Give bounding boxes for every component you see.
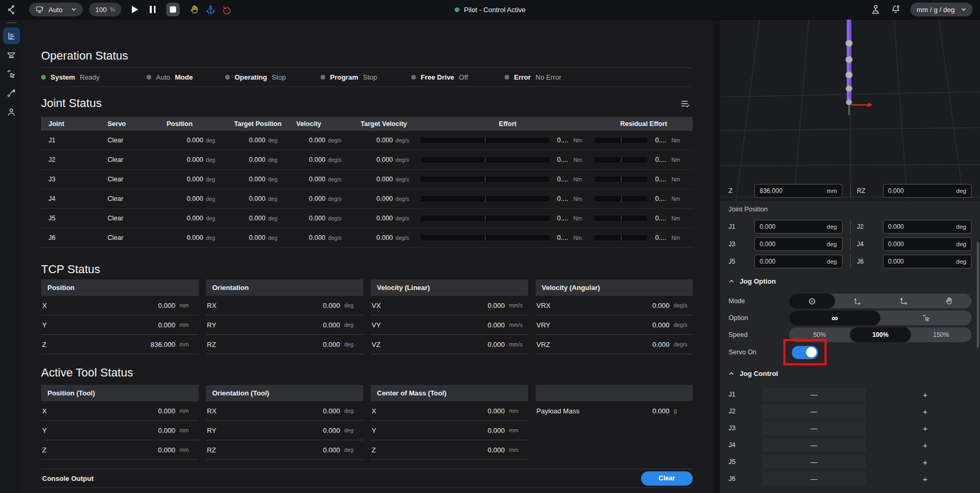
j4-jog-minus-button[interactable]: —: [762, 438, 866, 452]
tool-orientation-panel: Orientation (Tool) RX0.000deg RY0.000deg…: [206, 385, 364, 460]
mode-segment-freedrive[interactable]: [926, 294, 972, 308]
row-label: VRZ: [537, 341, 550, 349]
effort-bar: [421, 157, 549, 162]
j3-jog-plus-button[interactable]: +: [874, 421, 977, 435]
row-label: RY: [207, 321, 217, 329]
unit: Nm: [574, 157, 582, 163]
anchor-button[interactable]: [206, 5, 216, 15]
j4-input[interactable]: 0.000deg: [883, 237, 972, 251]
servo-on-toggle[interactable]: [792, 346, 818, 359]
j3-input[interactable]: 0.000deg: [754, 237, 842, 251]
stop-button[interactable]: [166, 3, 180, 16]
row-label: RX: [207, 407, 217, 415]
j6-input[interactable]: 0.000deg: [883, 255, 972, 268]
jog-control-title: Jog Control: [740, 370, 778, 378]
column-header: Velocity: [289, 120, 353, 128]
hand-guide-button[interactable]: [189, 5, 199, 15]
axes-tool-icon: [899, 297, 908, 306]
panel-scrollbar[interactable]: [977, 242, 979, 347]
units-dropdown[interactable]: mm / g / deg: [910, 3, 973, 16]
j5-jog-minus-button[interactable]: —: [762, 455, 866, 469]
pause-button[interactable]: [144, 6, 156, 13]
console-clear-button[interactable]: Clear: [641, 471, 693, 486]
sidebar-item-manual-control[interactable]: [3, 65, 20, 82]
reset-button[interactable]: [222, 5, 232, 15]
z-position-input[interactable]: 836.000 mm: [754, 184, 842, 198]
unit: deg/s: [395, 176, 409, 182]
mode-select-dropdown[interactable]: Auto: [29, 3, 83, 16]
unit: deg: [206, 137, 215, 143]
j6-jog-minus-button[interactable]: —: [762, 472, 866, 486]
j2-jog-plus-button[interactable]: +: [874, 404, 977, 418]
field-label: J2: [857, 223, 878, 230]
unit: deg: [956, 188, 966, 194]
column-settings-button[interactable]: [680, 99, 693, 109]
joint-row-j4: J4 Clear 0.000deg 0.000deg 0.000deg/s 0.…: [41, 189, 693, 209]
status-dot: [321, 75, 325, 80]
panel-header-empty: [536, 385, 693, 401]
play-button[interactable]: [128, 6, 138, 13]
target-position-value: 0.000: [249, 156, 265, 163]
sidebar-item-workcell[interactable]: [3, 46, 20, 63]
status-item-error: Error No Error: [504, 73, 561, 81]
speed-percentage-pill[interactable]: 100 %: [89, 3, 121, 16]
jog-option-collapse-header[interactable]: Jog Option: [729, 277, 972, 285]
velocity-value: 0.000: [309, 176, 325, 183]
notifications-button[interactable]: [890, 4, 901, 15]
j1-input[interactable]: 0.000deg: [754, 220, 842, 234]
chart-monitor-icon: [6, 31, 16, 41]
teach-pendant-button[interactable]: [870, 4, 881, 15]
column-header: Target Position: [227, 120, 289, 128]
status-item-program: Program Stop: [321, 73, 411, 81]
j6-jog-plus-button[interactable]: +: [874, 472, 977, 486]
j5-jog-plus-button[interactable]: +: [874, 455, 977, 469]
status-dot: [411, 75, 416, 80]
option-segment-continuous[interactable]: ∞: [789, 311, 880, 325]
j5-input[interactable]: 0.000deg: [754, 255, 842, 268]
jog-row-j1: J1 — +: [729, 388, 972, 401]
unit: deg: [206, 235, 215, 241]
panel-header: Position (Tool): [41, 385, 199, 401]
sidebar-item-users[interactable]: [3, 103, 20, 120]
j2-jog-minus-button[interactable]: —: [762, 404, 866, 418]
tcp-status-title: TCP Status: [41, 264, 693, 275]
j1-jog-minus-button[interactable]: —: [762, 388, 866, 401]
servo-state: Clear: [100, 215, 159, 222]
mode-segment-base-axes[interactable]: [835, 294, 881, 308]
joint-field-j5: J5 0.000deg: [729, 255, 850, 268]
j2-input[interactable]: 0.000deg: [883, 220, 972, 234]
unit: deg: [268, 157, 277, 163]
mode-segment-tcp[interactable]: [789, 294, 835, 308]
residual-effort-value: 0....: [653, 234, 666, 241]
jog-option-row: Option ∞: [729, 311, 972, 325]
sidebar-item-monitoring[interactable]: [3, 27, 20, 44]
pose-field-rz: RZ 0.000 deg: [850, 184, 972, 198]
residual-effort-value: 0....: [653, 176, 666, 183]
unit: deg: [340, 408, 362, 414]
j3-jog-minus-button[interactable]: —: [762, 421, 866, 435]
unit: deg: [268, 137, 277, 143]
effort-value: 0....: [555, 156, 568, 163]
rz-position-input[interactable]: 0.000 deg: [883, 184, 972, 198]
mode-segment-tool-axes[interactable]: [880, 294, 926, 308]
speed-segment-150[interactable]: 150%: [911, 327, 972, 342]
jog-control-collapse-header[interactable]: Jog Control: [729, 370, 972, 378]
app-logo[interactable]: [0, 5, 23, 15]
jog-mode-row: Mode: [729, 294, 972, 308]
j4-jog-plus-button[interactable]: +: [874, 438, 977, 452]
row-value: 0.000: [158, 446, 176, 454]
panel-header: Velocity (Linear): [371, 279, 528, 296]
option-segment-step[interactable]: [880, 311, 972, 325]
joint-row-j5: J5 Clear 0.000deg 0.000deg 0.000deg/s 0.…: [41, 209, 693, 228]
robot-3d-viewport[interactable]: [720, 19, 980, 201]
tcp-status-panels: Position X0.000mm Y0.000mm Z836.000mm Or…: [41, 279, 693, 354]
infinity-icon: ∞: [831, 314, 838, 323]
status-value: Off: [459, 73, 468, 81]
velocity-value: 0.000: [309, 137, 325, 144]
robot-arm: [846, 19, 872, 115]
sidebar-item-path-planning[interactable]: [3, 84, 20, 101]
speed-segment-100[interactable]: 100%: [850, 327, 910, 342]
status-item-free-drive: Free Drive Off: [411, 73, 504, 81]
joint-name: J1: [41, 137, 100, 144]
j1-jog-plus-button[interactable]: +: [874, 388, 977, 401]
